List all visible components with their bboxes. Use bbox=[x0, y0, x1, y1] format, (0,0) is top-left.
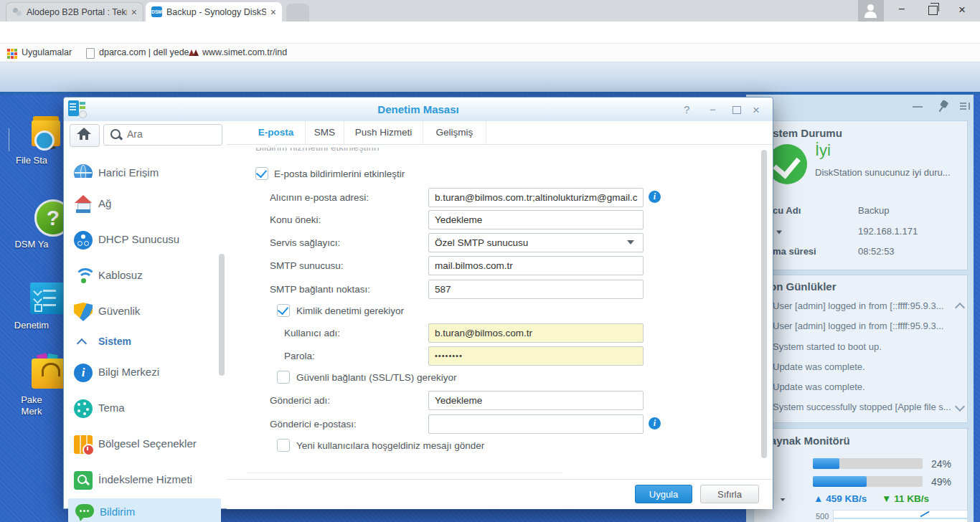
window-close-icon[interactable]: × bbox=[958, 3, 966, 17]
cpu-bar bbox=[813, 458, 923, 469]
sidebar-item-ag[interactable]: Ağ bbox=[64, 193, 226, 217]
ssl-label: Güvenli bağlantı (SSL/TLS) gerekiyor bbox=[296, 372, 457, 383]
window-title: Denetim Masası bbox=[64, 98, 773, 121]
new-tab-stub[interactable] bbox=[286, 4, 309, 22]
tab-push[interactable]: Push Hizmeti bbox=[344, 121, 423, 144]
sender-name-label: Gönderici adı: bbox=[270, 395, 330, 406]
sidebar-item-indeksleme[interactable]: İndeksleme Hizmeti bbox=[64, 469, 226, 493]
minimize-icon[interactable]: − bbox=[710, 103, 716, 115]
provider-select[interactable]: Özel SMTP sunucusu bbox=[428, 233, 644, 252]
welcome-checkbox[interactable] bbox=[277, 439, 290, 452]
scroll-down-icon[interactable] bbox=[955, 402, 965, 412]
tab-sms[interactable]: SMS bbox=[306, 121, 344, 144]
subject-input[interactable]: Yedekleme bbox=[428, 210, 644, 229]
sidebar-item-tema[interactable]: Tema bbox=[64, 397, 226, 422]
info-icon[interactable]: i bbox=[649, 191, 661, 203]
bookmark-apps[interactable]: Uygulamalar bbox=[22, 47, 72, 57]
apps-grid-icon[interactable] bbox=[7, 49, 17, 58]
sidebar-item-label: Bildirim bbox=[100, 506, 135, 518]
sidebar-item-label: Bilgi Merkezi bbox=[98, 366, 159, 378]
cpu-percent: 24% bbox=[931, 458, 951, 470]
subject-label: Konu öneki: bbox=[270, 214, 321, 225]
log-entry: User [admin] logged in from [::ffff:95.9… bbox=[773, 321, 953, 331]
desktop-label[interactable]: Denetim bbox=[0, 320, 63, 331]
window-titlebar[interactable]: Denetim Masası ? − × bbox=[64, 98, 773, 122]
desktop-label[interactable]: Pake bbox=[0, 394, 63, 405]
lan-caret-icon[interactable] bbox=[776, 231, 782, 234]
sender-name-input[interactable]: Yedekleme bbox=[428, 391, 644, 410]
username-input[interactable]: b.turan@bilmos.com.tr bbox=[428, 323, 644, 343]
select-caret-icon[interactable] bbox=[627, 240, 634, 245]
ssl-checkbox[interactable] bbox=[277, 371, 290, 384]
sidebar-scrollbar[interactable] bbox=[219, 254, 225, 376]
tab-close-icon[interactable]: × bbox=[131, 7, 137, 17]
panel-pin-icon[interactable] bbox=[934, 98, 951, 115]
sidebar-item-guvenlik[interactable]: Güvenlik bbox=[64, 300, 226, 325]
sidebar-item-label: Güvenlik bbox=[98, 305, 140, 317]
auth-checkbox[interactable] bbox=[277, 304, 290, 317]
search-box[interactable] bbox=[103, 124, 222, 146]
down-arrow-icon: ▼ bbox=[882, 493, 891, 504]
network-caret-icon[interactable] bbox=[781, 498, 786, 501]
port-input[interactable]: 587 bbox=[428, 280, 644, 299]
sidebar-item-harici-erisim[interactable]: Harici Erişim bbox=[64, 162, 226, 178]
sender-email-label: Gönderici e-postası: bbox=[270, 419, 357, 430]
bookmark-simet[interactable]: www.simet.com.tr/ind bbox=[202, 47, 287, 57]
panel-minimize-icon[interactable] bbox=[913, 106, 923, 108]
lan-ip-value: 192.168.1.171 bbox=[858, 226, 918, 237]
sender-email-input[interactable] bbox=[428, 414, 644, 434]
uptime-value: 08:52:53 bbox=[858, 246, 895, 257]
profile-button[interactable] bbox=[858, 0, 884, 22]
status-text: İyi bbox=[815, 141, 831, 160]
sidebar-item-bilgi-merkezi[interactable]: i Bilgi Merkezi bbox=[64, 361, 226, 386]
search-input[interactable] bbox=[126, 128, 219, 141]
sidebar-item-bolgesel[interactable]: Bölgesel Seçenekler bbox=[64, 433, 226, 457]
browser-tab-bar: Alodepo B2B Portal : Tekr × DSM Backup -… bbox=[0, 0, 980, 22]
desktop-label[interactable]: File Sta bbox=[0, 155, 63, 166]
dsm-favicon: DSM bbox=[151, 6, 162, 17]
password-input[interactable]: •••••••• bbox=[428, 346, 644, 366]
reset-button[interactable]: Sıfırla bbox=[700, 485, 759, 503]
panel-menu-icon[interactable] bbox=[960, 102, 971, 112]
window-minimize-icon[interactable]: − bbox=[898, 3, 905, 16]
collapse-icon bbox=[77, 338, 87, 348]
recipient-input[interactable]: b.turan@bilmos.com.tr;altinolukturizm@gm… bbox=[428, 188, 644, 207]
bookmark-dparca[interactable]: dparca.com | dell yede bbox=[99, 47, 189, 57]
sidebar-item-label: Tema bbox=[98, 402, 125, 414]
control-panel-window: Denetim Masası ? − × bbox=[63, 97, 773, 509]
log-entry: System started to boot up. bbox=[773, 341, 953, 352]
sidebar-item-dhcp[interactable]: DHCP Sunucusu bbox=[64, 229, 226, 253]
tab-close-icon[interactable]: × bbox=[270, 7, 276, 17]
tab-title: Alodepo B2B Portal : Tekr bbox=[27, 7, 127, 17]
status-desc: DiskStation sunucunuz iyi duru... bbox=[815, 167, 951, 178]
widget-resource-monitor: Kaynak Monitörü 24% 49% ▲ 459 KB/s ▼ 11 … bbox=[753, 428, 968, 522]
section-label: Sistem bbox=[98, 336, 131, 347]
log-entry: Update was complete. bbox=[773, 361, 953, 372]
tab-gelismis[interactable]: Gelişmiş bbox=[423, 121, 486, 144]
help-icon[interactable]: ? bbox=[684, 103, 689, 115]
browser-tab-alodepo[interactable]: Alodepo B2B Portal : Tekr × bbox=[6, 2, 143, 22]
tab-eposta[interactable]: E-posta bbox=[247, 121, 306, 144]
enable-email-checkbox[interactable] bbox=[255, 167, 268, 180]
browser-tab-dsm[interactable]: DSM Backup - Synology DiskSt × bbox=[146, 2, 282, 22]
simet-favicon bbox=[189, 48, 199, 57]
info-icon[interactable]: i bbox=[649, 417, 661, 430]
server-name-label: cu Adı bbox=[773, 205, 801, 216]
auth-label: Kimlik denetimi gerekiyor bbox=[296, 305, 404, 316]
desktop-label[interactable]: Merk bbox=[0, 406, 63, 417]
home-button[interactable] bbox=[70, 124, 100, 147]
desktop-label[interactable]: DSM Ya bbox=[0, 239, 63, 250]
sidebar-item-kablosuz[interactable]: Kablosuz bbox=[64, 265, 226, 289]
network-chart bbox=[833, 510, 968, 522]
apply-button[interactable]: Uygula bbox=[635, 485, 692, 503]
screen: Alodepo B2B Portal : Tekr × DSM Backup -… bbox=[0, 0, 980, 522]
maximize-icon[interactable] bbox=[732, 106, 741, 114]
sidebar-section-sistem[interactable]: Sistem bbox=[78, 336, 226, 350]
close-icon[interactable]: × bbox=[753, 103, 760, 118]
bookmarks-bar: Uygulamalar dparca.com | dell yede www.s… bbox=[0, 44, 980, 62]
smtp-input[interactable]: mail.bilmos.com.tr bbox=[428, 256, 644, 275]
content-scrollbar[interactable] bbox=[761, 150, 767, 458]
sidebar-item-bildirim[interactable]: Bildirim bbox=[68, 498, 221, 522]
scroll-up-icon[interactable] bbox=[955, 303, 965, 313]
window-restore-icon[interactable] bbox=[928, 6, 938, 15]
